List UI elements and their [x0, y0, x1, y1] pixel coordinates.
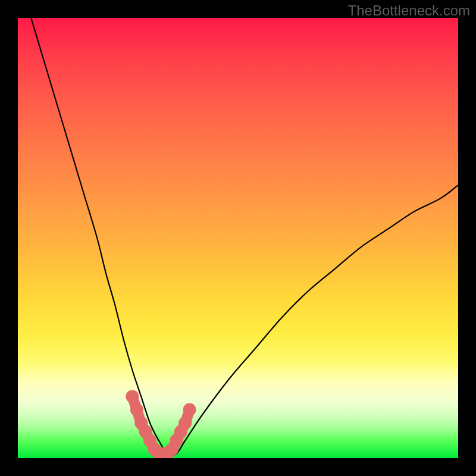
optimal-band-point [165, 443, 178, 456]
optimal-band-point [152, 447, 165, 458]
plot-area [18, 18, 458, 458]
optimal-band-point [134, 416, 148, 430]
watermark-text: TheBottleneck.com [348, 2, 470, 19]
optimal-band-point [183, 403, 196, 416]
optimal-band [126, 390, 196, 458]
optimal-band-point [148, 443, 161, 456]
chart-svg [18, 18, 458, 458]
optimal-band-point [139, 425, 152, 439]
optimal-band-point [130, 403, 143, 416]
optimal-band-point [143, 434, 156, 447]
optimal-band-point [156, 447, 170, 458]
optimal-band-point [126, 390, 139, 403]
optimal-band-point [174, 425, 187, 439]
optimal-band-point [170, 434, 183, 447]
optimal-band-point [161, 447, 174, 458]
bottleneck-curve [31, 18, 458, 455]
chart-frame: TheBottleneck.com [0, 0, 476, 476]
optimal-band-point [178, 416, 192, 430]
